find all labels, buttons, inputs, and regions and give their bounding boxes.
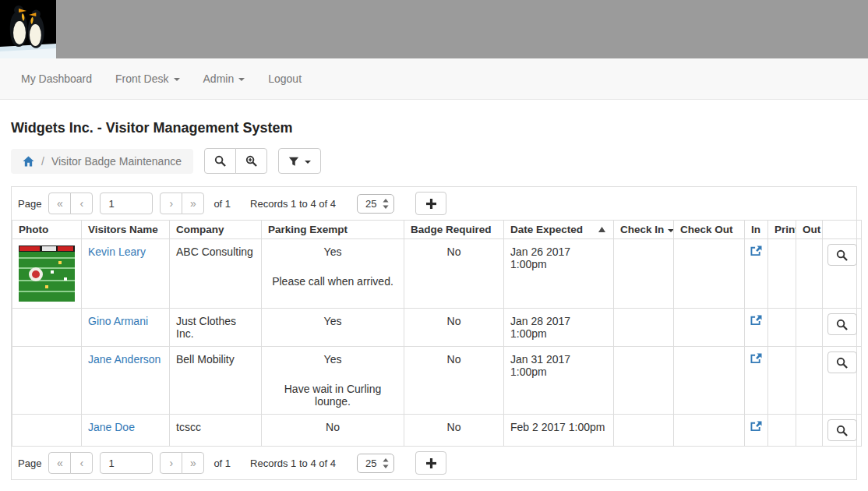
nav-item-admin[interactable]: Admin — [192, 72, 257, 85]
col-header-date-expected[interactable]: Date Expected — [504, 221, 614, 239]
check-in-cell — [614, 239, 674, 309]
page-count-label: of 1 — [213, 457, 231, 469]
parking-exempt-value: Yes — [268, 246, 397, 258]
filter-dropdown-button[interactable] — [278, 148, 321, 174]
company-cell: Bell Mobility — [170, 347, 262, 415]
toolbar: / Visitor Badge Maintenance — [11, 148, 857, 174]
col-header-company[interactable]: Company — [170, 221, 262, 239]
view-record-button[interactable] — [827, 313, 857, 335]
col-header-out[interactable]: Out — [796, 221, 823, 239]
visitor-table-panel: Page « ‹ › » of 1 Records 1 to 4 of 4 25 — [11, 186, 857, 480]
actions-cell — [823, 415, 862, 447]
date-expected-cell: Jan 26 2017 1:00pm — [504, 239, 614, 309]
next-page-button[interactable]: › — [160, 452, 182, 474]
badge-required-cell: No — [404, 347, 504, 415]
check-out-cell — [674, 347, 745, 415]
first-page-button[interactable]: « — [48, 452, 71, 474]
in-cell — [745, 347, 768, 415]
add-visitor-button[interactable] — [415, 192, 446, 215]
parking-exempt-value: Yes — [268, 315, 397, 327]
top-banner — [0, 0, 868, 58]
out-cell — [796, 239, 823, 309]
nav-item-my-dashboard[interactable]: My Dashboard — [9, 72, 104, 85]
page-count-label: of 1 — [213, 198, 231, 210]
page-number-input[interactable] — [100, 452, 153, 474]
table-row: Gino ArmaniJust Clothes Inc.YesNoJan 28 … — [12, 309, 862, 347]
magnifier-icon — [836, 425, 848, 436]
col-header-check-out[interactable]: Check Out — [674, 221, 745, 239]
visitor-name-link[interactable]: Kevin Leary — [88, 246, 146, 258]
view-record-button[interactable] — [827, 351, 857, 373]
visitor-photo — [19, 246, 75, 302]
table-row: Kevin LearyABC ConsultingYesPlease call … — [12, 239, 862, 309]
col-header-badge-required[interactable]: Badge Required — [404, 221, 504, 239]
check-in-action-icon[interactable] — [750, 353, 762, 364]
caret-down-icon — [238, 78, 245, 81]
magnifier-icon — [214, 155, 226, 167]
print-cell — [768, 239, 796, 309]
nav-item-logout[interactable]: Logout — [256, 72, 313, 85]
nav-item-front-desk[interactable]: Front Desk — [104, 72, 191, 85]
col-header-photo[interactable]: Photo — [12, 221, 82, 239]
print-cell — [768, 309, 796, 347]
actions-cell — [823, 347, 862, 415]
col-header-check-in[interactable]: Check In — [614, 221, 674, 239]
company-cell: Just Clothes Inc. — [170, 309, 262, 347]
parking-exempt-value: No — [268, 421, 397, 433]
page-size-select[interactable]: 25 — [357, 194, 394, 214]
photo-cell — [12, 347, 82, 415]
stepper-icon — [383, 199, 389, 209]
col-header-visitors-name[interactable]: Visitors Name — [82, 221, 170, 239]
parking-exempt-value: Yes — [268, 353, 397, 366]
search-button[interactable] — [204, 148, 236, 174]
check-in-action-icon[interactable] — [750, 421, 762, 432]
nav-label: My Dashboard — [21, 72, 92, 85]
col-header-print[interactable]: Print — [768, 221, 796, 239]
search-plus-button[interactable] — [235, 148, 267, 174]
last-page-button[interactable]: » — [182, 193, 204, 214]
penguins-logo — [0, 0, 56, 58]
badge-required-cell: No — [404, 415, 504, 447]
visitor-table-body: Kevin LearyABC ConsultingYesPlease call … — [12, 239, 862, 447]
badge-required-cell: No — [404, 309, 504, 347]
nav-label: Front Desk — [115, 72, 168, 85]
add-visitor-button[interactable] — [415, 451, 446, 475]
col-header-in[interactable]: In — [745, 221, 768, 239]
page-size-select[interactable]: 25 — [357, 454, 394, 473]
visitor-name-link[interactable]: Jane Doe — [88, 421, 135, 433]
table-row: Jane AndersonBell MobilityYesHave wait i… — [12, 347, 862, 415]
company-cell: ABC Consulting — [170, 239, 262, 309]
next-page-button[interactable]: › — [160, 193, 182, 214]
check-in-action-icon[interactable] — [750, 246, 762, 256]
page-size-value: 25 — [365, 457, 376, 469]
visitor-name-cell: Jane Doe — [82, 415, 170, 447]
col-header-parking-exempt[interactable]: Parking Exempt — [262, 221, 404, 239]
search-button-group — [204, 148, 267, 174]
view-record-button[interactable] — [827, 419, 857, 441]
visitor-name-cell: Kevin Leary — [82, 239, 170, 309]
view-record-button[interactable] — [827, 244, 857, 266]
page-number-input[interactable] — [100, 193, 153, 214]
breadcrumb-separator: / — [41, 155, 44, 168]
company-cell: tcscc — [170, 415, 262, 447]
visitor-name-link[interactable]: Jane Anderson — [88, 353, 161, 366]
date-expected-cell: Jan 28 2017 1:00pm — [504, 309, 614, 347]
first-page-button[interactable]: « — [48, 193, 71, 214]
prev-page-button[interactable]: ‹ — [70, 452, 93, 474]
visitor-name-link[interactable]: Gino Armani — [88, 315, 148, 327]
home-icon[interactable] — [23, 156, 34, 167]
parking-exempt-cell: Yes — [262, 309, 404, 347]
check-in-action-icon[interactable] — [750, 315, 762, 326]
plus-icon — [425, 457, 437, 469]
table-row: Jane DoetcsccNoNoFeb 2 2017 1:00pm — [12, 415, 862, 447]
last-page-button[interactable]: » — [182, 452, 204, 474]
nav-label: Admin — [203, 72, 235, 85]
photo-cell — [12, 309, 82, 347]
breadcrumb: / Visitor Badge Maintenance — [11, 149, 193, 174]
check-in-cell — [614, 347, 674, 415]
in-cell — [745, 239, 768, 309]
prev-page-button[interactable]: ‹ — [70, 193, 93, 214]
nav-label: Logout — [268, 72, 302, 85]
visitor-name-cell: Jane Anderson — [82, 347, 170, 415]
col-label: Date Expected — [510, 224, 583, 235]
